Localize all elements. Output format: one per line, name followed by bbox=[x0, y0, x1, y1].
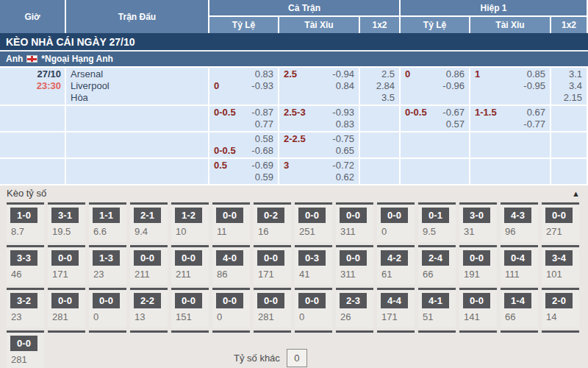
score-badge[interactable]: 1-4 bbox=[504, 293, 531, 308]
score-badge[interactable]: 3-2 bbox=[10, 293, 37, 308]
h1-overunder-odds-cell[interactable]: 10.85-0.95 bbox=[470, 68, 550, 105]
correct-score-title: Kèo tỷ số bbox=[7, 188, 46, 199]
score-cell: 0-0251 bbox=[295, 202, 332, 242]
score-badge[interactable]: 0-0 bbox=[340, 208, 367, 223]
score-badge[interactable]: 3-3 bbox=[10, 250, 37, 266]
away-team: Liverpool bbox=[71, 80, 204, 92]
h1-handicap-odds-cell bbox=[401, 159, 469, 184]
score-badge[interactable]: 3-0 bbox=[463, 208, 490, 223]
score-badge[interactable]: 0-0 bbox=[463, 250, 490, 266]
ft-overunder-odds-cell[interactable]: 2.5-0.940.84 bbox=[279, 68, 359, 105]
score-badge[interactable]: 0-0 bbox=[93, 293, 120, 308]
score-badge[interactable]: 0-3 bbox=[298, 250, 326, 266]
score-badge[interactable]: 0-0 bbox=[298, 208, 326, 223]
other-score-input[interactable] bbox=[287, 349, 307, 367]
score-badge[interactable]: 2-0 bbox=[545, 293, 573, 308]
odds-table-header: Giờ Trận Đấu Cả Trận Hiệp 1 Tỷ Lệ Tài Xỉ… bbox=[0, 0, 588, 33]
score-badge[interactable]: 0-0 bbox=[463, 293, 490, 308]
h1-handicap-odds-cell[interactable]: 00.86-0.96 bbox=[401, 68, 469, 105]
score-cell: 0-4111 bbox=[501, 245, 538, 285]
score-cell: 0-00 bbox=[295, 288, 332, 328]
score-badge[interactable]: 1-1 bbox=[93, 208, 120, 223]
score-badge[interactable]: 0-0 bbox=[10, 336, 37, 351]
score-cell: 4-261 bbox=[377, 245, 415, 285]
score-cell-empty bbox=[418, 330, 456, 368]
score-badge[interactable]: 3-4 bbox=[545, 250, 573, 266]
odds-value: -0.94 bbox=[332, 68, 354, 80]
score-badge[interactable]: 0-0 bbox=[381, 208, 408, 223]
score-badge[interactable]: 4-4 bbox=[381, 293, 408, 308]
score-badge[interactable]: 0-4 bbox=[504, 250, 531, 266]
score-odds: 31 bbox=[459, 223, 497, 237]
score-odds: 66 bbox=[418, 266, 456, 280]
score-badge[interactable]: 0-0 bbox=[257, 293, 284, 308]
score-badge[interactable]: 2-2 bbox=[134, 293, 161, 308]
score-odds: 111 bbox=[501, 266, 538, 280]
handicap-label: 2-2.5 bbox=[284, 133, 306, 145]
score-badge[interactable]: 4-0 bbox=[216, 250, 243, 266]
score-badge[interactable]: 1-0 bbox=[10, 208, 37, 223]
score-odds: 271 bbox=[542, 223, 579, 237]
score-badge[interactable]: 0-2 bbox=[257, 208, 284, 223]
score-cell: 0-0281 bbox=[254, 288, 291, 328]
score-badge[interactable]: 0-0 bbox=[340, 250, 367, 266]
score-odds: 41 bbox=[295, 266, 332, 280]
h1-handicap-odds-cell[interactable]: 0-0.5-0.670.57 bbox=[401, 106, 469, 131]
score-cell: 0-0311 bbox=[336, 245, 373, 285]
score-cell: 2-466 bbox=[418, 245, 456, 285]
score-badge[interactable]: 0-0 bbox=[51, 250, 79, 266]
date-section-bar: KÈO NHÀ CÁI NGÀY 27/10 bbox=[0, 33, 588, 50]
score-badge[interactable]: 2-4 bbox=[422, 250, 449, 266]
ft-overunder-odds-cell[interactable]: 2-2.5-0.750.65 bbox=[279, 132, 359, 158]
h1-1x2-odds-cell[interactable]: 3.13.42.15 bbox=[551, 68, 587, 105]
score-badge[interactable]: 0-0 bbox=[298, 293, 326, 308]
odds-value: -0.93 bbox=[332, 107, 354, 118]
ft-handicap-odds-cell[interactable]: 0.580-0.5-0.68 bbox=[209, 132, 278, 158]
column-group-fulltime: Cả Trận bbox=[209, 0, 399, 15]
score-badge[interactable]: 4-1 bbox=[422, 293, 449, 308]
ft-handicap-odds-cell[interactable]: 0.830-0.93 bbox=[209, 68, 278, 105]
score-cell-empty bbox=[89, 330, 126, 368]
h1-overunder-odds-cell[interactable]: 1-1.50.67-0.77 bbox=[470, 106, 550, 131]
collapse-arrow-icon[interactable]: ▲ bbox=[572, 189, 580, 198]
handicap-label: 3 bbox=[284, 160, 289, 171]
score-badge[interactable]: 4-2 bbox=[381, 250, 408, 266]
score-badge[interactable]: 0-0 bbox=[545, 208, 573, 223]
score-badge[interactable]: 2-3 bbox=[340, 293, 367, 308]
score-odds: 311 bbox=[336, 266, 373, 280]
draw-label: Hòa bbox=[71, 92, 204, 104]
score-cell: 0-0311 bbox=[336, 202, 373, 242]
odds-row-alt: 0.580-0.5-0.68 2-2.5-0.750.65 bbox=[0, 132, 588, 158]
score-badge[interactable]: 2-1 bbox=[134, 208, 161, 223]
score-badge[interactable]: 1-3 bbox=[93, 250, 120, 266]
ft-overunder-odds-cell[interactable]: 3-0.720.62 bbox=[279, 159, 359, 184]
score-badge[interactable]: 3-1 bbox=[51, 208, 79, 223]
ft-1x2-odds-cell bbox=[360, 159, 399, 184]
handicap-label: 0-0.5 bbox=[405, 107, 427, 118]
ft-1x2-odds-cell[interactable]: 2.52.843.5 bbox=[360, 68, 399, 105]
ft-overunder-odds-cell[interactable]: 2.5-3-0.930.83 bbox=[279, 106, 359, 131]
score-badge[interactable]: 0-0 bbox=[216, 208, 243, 223]
odds-row-main: 27/10 23:30 Arsenal Liverpool Hòa 0.830-… bbox=[0, 68, 588, 105]
odds-value: 0.67 bbox=[527, 107, 545, 118]
score-badge[interactable]: 0-0 bbox=[175, 250, 202, 266]
score-badge[interactable]: 0-1 bbox=[422, 208, 449, 223]
score-badge[interactable]: 0-0 bbox=[175, 293, 202, 308]
odds-value: 0.86 bbox=[446, 68, 465, 80]
ft-handicap-odds-cell[interactable]: 0.5-0.690.59 bbox=[209, 159, 278, 184]
score-cell: 2-014 bbox=[542, 288, 579, 328]
score-badge[interactable]: 0-0 bbox=[216, 293, 243, 308]
score-badge[interactable]: 0-0 bbox=[134, 250, 161, 266]
score-badge[interactable]: 4-3 bbox=[504, 208, 531, 223]
match-teams-cell[interactable]: Arsenal Liverpool Hòa bbox=[66, 68, 208, 105]
score-badge[interactable]: 0-0 bbox=[257, 250, 284, 266]
odds-value: 0.62 bbox=[336, 171, 354, 183]
score-badge[interactable]: 1-2 bbox=[175, 208, 202, 223]
score-cell: 3-031 bbox=[459, 202, 497, 242]
score-badge[interactable]: 0-0 bbox=[51, 293, 79, 308]
ft-handicap-odds-cell[interactable]: 0-0.5-0.870.77 bbox=[209, 106, 278, 131]
score-odds: 10 bbox=[171, 223, 209, 237]
odds-value: -0.95 bbox=[523, 80, 545, 92]
score-odds: 8.7 bbox=[7, 223, 44, 237]
score-cell: 4-086 bbox=[212, 245, 250, 285]
